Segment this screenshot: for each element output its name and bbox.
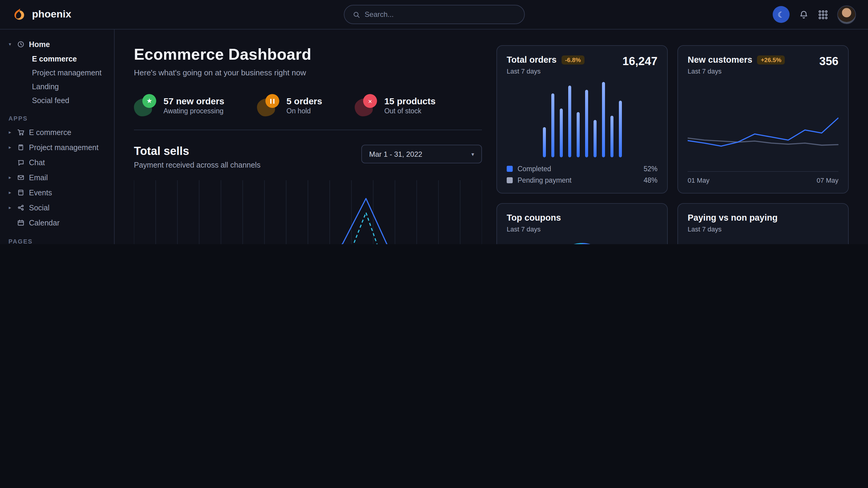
global-search[interactable]: [343, 5, 525, 24]
bar: [619, 101, 622, 158]
stat-out-of-stock: × 15 products Out of stock: [355, 94, 435, 116]
card-title: Top coupons: [507, 213, 657, 223]
brand[interactable]: phoenix: [12, 7, 71, 22]
bar: [542, 127, 546, 157]
sidebar-item-label: Calendar: [29, 219, 59, 227]
bar: [593, 120, 596, 157]
global-search-input[interactable]: [365, 10, 516, 19]
sidebar-item-label: Events: [29, 188, 52, 197]
sidebar-item-landing[interactable]: Landing: [7, 79, 107, 93]
apps-grid-icon[interactable]: [818, 9, 828, 20]
navbar-actions: ☾: [773, 5, 856, 24]
x-axis-label: 07 May: [817, 176, 838, 184]
total-sells-line-chart: [134, 180, 482, 244]
sidebar-item-chat[interactable]: Chat: [7, 155, 107, 170]
bar: [576, 112, 579, 157]
legend-value: 48%: [644, 176, 657, 184]
date-range-value: Mar 1 - 31, 2022: [369, 150, 422, 158]
stat-caption: Out of stock: [384, 107, 435, 115]
app-root: phoenix ☾ ▾ HomeE commerceProject manage…: [0, 0, 868, 244]
total-orders-legend: Completed 52% Pending payment 48%: [507, 161, 657, 184]
brand-name: phoenix: [32, 8, 71, 21]
legend-item-completed: Completed 52%: [507, 165, 657, 172]
page-title: Ecommerce Dashboard: [134, 45, 482, 64]
card-paying-vs-nonpaying: Paying vs non paying Last 7 days Paying …: [677, 203, 849, 244]
bar: [559, 108, 562, 158]
donut-center-value: 72%: [550, 240, 615, 244]
legend-value: 52%: [644, 165, 657, 172]
total-sells-subtitle: Payment received across all channels: [134, 161, 260, 169]
main-content: Ecommerce Dashboard Here's what's going …: [115, 30, 868, 244]
sidebar-section-pages: PAGES: [7, 238, 107, 244]
sidebar-item-social-feed[interactable]: Social feed: [7, 93, 107, 107]
sidebar-item-e-commerce[interactable]: ▸ E commerce: [7, 125, 107, 140]
legend-label: Pending payment: [518, 176, 571, 184]
paying-gauge-chart: [712, 242, 814, 244]
stat-on-hold: 5 orders On hold: [257, 94, 322, 116]
sidebar-item-label: Project management: [29, 143, 99, 152]
sidebar-item-label: E commerce: [29, 128, 71, 136]
stat-value: 15 products: [384, 96, 435, 106]
caret-right-icon: ▸: [7, 175, 13, 180]
dashboard-top: Ecommerce Dashboard Here's what's going …: [115, 30, 868, 244]
clock-icon: [17, 40, 25, 48]
sidebar-item-label: Social: [29, 203, 50, 212]
bar: [568, 86, 571, 158]
legend-item-pending-payment: Pending payment 48%: [507, 176, 657, 184]
card-title: Paying vs non paying: [688, 213, 838, 223]
clipboard-icon: [17, 143, 25, 151]
chat-icon: [17, 159, 25, 166]
card-period: Last 7 days: [688, 225, 838, 233]
card-total-orders: Total orders -6.8% Last 7 days 16,247 Co…: [496, 45, 668, 194]
theme-toggle-button[interactable]: ☾: [773, 6, 789, 23]
stat-value: 5 orders: [286, 96, 322, 106]
sidebar-item-label: Email: [29, 173, 48, 182]
card-period: Last 7 days: [507, 225, 657, 233]
new-customers-value: 356: [819, 55, 838, 68]
stat-caption: Awating processing: [163, 107, 224, 115]
sidebar-item-home[interactable]: ▾ Home: [7, 37, 107, 52]
x-axis-label: 01 May: [688, 176, 709, 184]
sidebar-item-label: Chat: [29, 158, 45, 167]
sidebar-item-calendar[interactable]: Calendar: [7, 215, 107, 230]
sidebar-item-project-management[interactable]: ▸ Project management: [7, 140, 107, 155]
search-icon: [352, 10, 360, 19]
bar: [585, 90, 588, 157]
sidebar-item-email[interactable]: ▸ Email: [7, 170, 107, 185]
phoenix-logo-icon: [12, 7, 27, 22]
sidebar-section-apps: APPS: [7, 115, 107, 122]
card-title: Total orders: [507, 55, 556, 65]
notifications-bell-icon[interactable]: [799, 9, 809, 20]
kpi-cards: Total orders -6.8% Last 7 days 16,247 Co…: [496, 45, 849, 244]
stats-row: ★ 57 new orders Awating processing 5 ord…: [134, 94, 482, 130]
stat-caption: On hold: [286, 107, 322, 115]
sidebar-item-social[interactable]: ▸ Social: [7, 200, 107, 215]
bar: [610, 116, 613, 158]
legend-label: Completed: [518, 165, 551, 172]
sidebar-item-label: Home: [29, 40, 50, 48]
card-period: Last 7 days: [688, 67, 785, 75]
mail-icon: [17, 174, 25, 182]
sidebar-item-e-commerce[interactable]: E commerce: [7, 52, 107, 66]
sidebar-item-project-management[interactable]: Project management: [7, 66, 107, 79]
sidebar: ▾ HomeE commerceProject managementLandin…: [0, 30, 115, 244]
bar: [551, 93, 554, 158]
card-new-customers: New customers +26.5% Last 7 days 356 01 …: [677, 45, 849, 194]
top-navbar: phoenix ☾: [0, 0, 868, 30]
user-avatar[interactable]: [837, 5, 856, 24]
bar: [602, 82, 605, 157]
legend-marker: [507, 177, 513, 183]
caret-right-icon: ▸: [7, 205, 13, 210]
moon-icon: ☾: [777, 10, 784, 19]
caret-right-icon: ▸: [7, 130, 13, 135]
cross-badge-icon: ×: [355, 94, 377, 116]
chevron-down-icon: ▾: [471, 151, 474, 157]
date-range-select[interactable]: Mar 1 - 31, 2022 ▾: [361, 145, 482, 163]
caret-right-icon: ▸: [7, 190, 13, 195]
card-top-coupons: Top coupons Last 7 days 72% Percentage d…: [496, 203, 668, 244]
stat-awating-processing: ★ 57 new orders Awating processing: [134, 94, 224, 116]
card-period: Last 7 days: [507, 67, 585, 75]
sidebar-item-events[interactable]: ▸ Events: [7, 185, 107, 200]
share-icon: [17, 204, 25, 212]
pause-badge-icon: [257, 94, 279, 116]
